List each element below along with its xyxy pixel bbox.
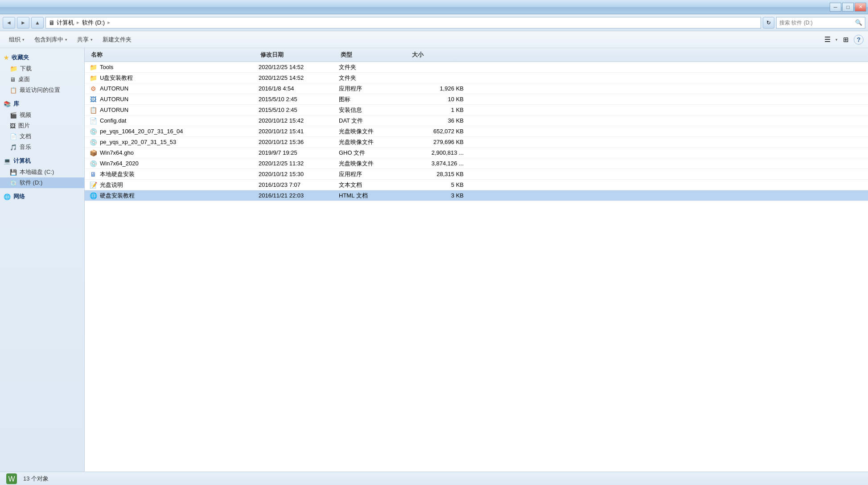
file-name: 光盘说明 [100, 181, 123, 189]
include-label: 包含到库中 [34, 36, 63, 44]
file-name: AUTORUN [100, 85, 128, 92]
file-size: 28,315 KB [410, 171, 473, 177]
file-size: 5 KB [410, 181, 473, 188]
file-type: HTML 文档 [339, 192, 410, 200]
file-type: 光盘映像文件 [339, 160, 410, 168]
file-name: pe_yqs_1064_20_07_31_16_04 [100, 128, 183, 135]
table-row[interactable]: 📄 Config.dat 2020/10/12 15:42 DAT 文件 36 … [85, 115, 868, 126]
refresh-button[interactable]: ↻ [763, 17, 774, 29]
file-size: 2,900,813 ... [410, 149, 473, 156]
desktop-label: 桌面 [18, 75, 30, 83]
file-name-cell: 💿 pe_yqs_xp_20_07_31_15_53 [89, 138, 259, 146]
file-name: pe_yqs_xp_20_07_31_15_53 [100, 139, 176, 145]
drive-c-icon: 💾 [10, 169, 17, 176]
file-date: 2020/10/12 15:36 [259, 139, 339, 145]
sidebar-item-recent[interactable]: 📋 最近访问的位置 [0, 85, 84, 95]
maximize-button[interactable]: □ [842, 3, 854, 12]
file-size: 652,072 KB [410, 128, 473, 135]
table-row[interactable]: 📁 U盘安装教程 2020/12/25 14:52 文件夹 [85, 73, 868, 83]
col-type[interactable]: 类型 [339, 50, 410, 60]
file-date: 2016/11/21 22:03 [259, 192, 339, 199]
file-date: 2020/12/25 14:52 [259, 74, 339, 81]
table-row[interactable]: 🖼 AUTORUN 2015/5/10 2:45 图标 10 KB [85, 94, 868, 105]
table-row[interactable]: 🖥 本地硬盘安装 2020/10/12 15:30 应用程序 28,315 KB [85, 169, 868, 180]
table-row[interactable]: ⚙ AUTORUN 2016/1/8 4:54 应用程序 1,926 KB [85, 83, 868, 94]
sidebar-item-drive-c[interactable]: 💾 本地磁盘 (C:) [0, 167, 84, 177]
file-name: Tools [100, 64, 113, 70]
sidebar-item-docs[interactable]: 📄 文档 [0, 131, 84, 142]
sidebar-item-drive-d[interactable]: 💿 软件 (D:) [0, 177, 84, 188]
sidebar-item-music[interactable]: 🎵 音乐 [0, 142, 84, 152]
file-size: 1 KB [410, 107, 473, 113]
computer-label: 计算机 [13, 157, 31, 165]
file-name: 硬盘安装教程 [100, 192, 135, 200]
title-bar-buttons: ─ □ ✕ [830, 3, 866, 12]
table-row[interactable]: 💿 pe_yqs_1064_20_07_31_16_04 2020/10/12 … [85, 126, 868, 137]
help-button[interactable]: ? [854, 35, 864, 45]
breadcrumb-item-drive[interactable]: 软件 (D:) [82, 19, 105, 27]
table-row[interactable]: 📝 光盘说明 2016/10/23 7:07 文本文档 5 KB [85, 180, 868, 190]
view-details-button[interactable]: ⊞ [839, 34, 852, 45]
forward-button[interactable]: ► [17, 17, 29, 29]
table-row[interactable]: 📦 Win7x64.gho 2019/9/7 19:25 GHO 文件 2,90… [85, 148, 868, 158]
sidebar-item-downloads[interactable]: 📁 下载 [0, 63, 84, 74]
file-icon: 📄 [89, 117, 97, 125]
col-date[interactable]: 修改日期 [259, 50, 339, 60]
sidebar-computer-section: 💻 计算机 💾 本地磁盘 (C:) 💿 软件 (D:) [0, 155, 84, 188]
status-count: 13 个对象 [23, 475, 49, 483]
table-row[interactable]: 📁 Tools 2020/12/25 14:52 文件夹 [85, 62, 868, 73]
organize-button[interactable]: 组织 ▾ [4, 33, 29, 46]
file-date: 2015/5/10 2:45 [259, 107, 339, 113]
drive-d-icon: 💿 [10, 180, 17, 186]
share-button[interactable]: 共享 ▾ [73, 33, 97, 46]
include-library-button[interactable]: 包含到库中 ▾ [30, 33, 72, 46]
file-type: 应用程序 [339, 85, 410, 93]
library-icon: 📚 [4, 101, 11, 107]
sidebar-item-images[interactable]: 🖼 图片 [0, 120, 84, 131]
sidebar-library-section: 📚 库 🎬 视频 🖼 图片 📄 文档 🎵 音乐 [0, 98, 84, 152]
col-size[interactable]: 大小 [410, 50, 473, 60]
file-name: U盘安装教程 [100, 74, 133, 82]
file-type: GHO 文件 [339, 149, 410, 157]
file-date: 2020/12/25 11:32 [259, 160, 339, 167]
file-name-cell: ⚙ AUTORUN [89, 85, 259, 93]
new-folder-label: 新建文件夹 [103, 36, 132, 44]
file-rows-container: 📁 Tools 2020/12/25 14:52 文件夹 📁 U盘安装教程 20… [85, 62, 868, 201]
toolbar-right: ☰ ▾ ⊞ ? [821, 34, 864, 45]
file-name: Win7x64_2020 [100, 160, 139, 167]
sidebar-item-video[interactable]: 🎬 视频 [0, 110, 84, 120]
status-app-icon: W [4, 473, 19, 485]
address-bar: ◄ ► ▲ 🖥 计算机 ► 软件 (D:) ► ↻ 🔍 [0, 14, 868, 31]
file-icon: 📦 [89, 149, 97, 157]
docs-label: 文档 [20, 132, 31, 140]
close-button[interactable]: ✕ [855, 3, 866, 12]
search-input[interactable] [779, 20, 853, 26]
back-button[interactable]: ◄ [3, 17, 15, 29]
file-icon: 🖼 [89, 95, 97, 103]
col-name[interactable]: 名称 [89, 50, 259, 60]
recent-label: 最近访问的位置 [20, 86, 60, 94]
sidebar-favorites-header: ★ 收藏夹 [0, 52, 84, 63]
up-button[interactable]: ▲ [31, 17, 44, 29]
table-row[interactable]: 💿 Win7x64_2020 2020/12/25 11:32 光盘映像文件 3… [85, 158, 868, 169]
organize-label: 组织 [9, 36, 21, 44]
search-icon: 🔍 [855, 19, 862, 26]
network-icon: 🌐 [4, 193, 11, 200]
view-button[interactable]: ☰ [821, 34, 834, 45]
music-icon: 🎵 [10, 144, 17, 151]
file-name: 本地硬盘安装 [100, 170, 135, 178]
toolbar: 组织 ▾ 包含到库中 ▾ 共享 ▾ 新建文件夹 ☰ ▾ ⊞ ? [0, 31, 868, 48]
sidebar-item-desktop[interactable]: 🖥 桌面 [0, 74, 84, 85]
file-name-cell: 📁 Tools [89, 63, 259, 71]
file-date: 2020/10/12 15:30 [259, 171, 339, 177]
file-name: AUTORUN [100, 96, 128, 103]
new-folder-button[interactable]: 新建文件夹 [98, 33, 136, 46]
file-date: 2020/12/25 14:52 [259, 64, 339, 70]
minimize-button[interactable]: ─ [830, 3, 841, 12]
table-row[interactable]: 📋 AUTORUN 2015/5/10 2:45 安装信息 1 KB [85, 105, 868, 115]
file-list-header: 名称 修改日期 类型 大小 [85, 48, 868, 62]
table-row[interactable]: 💿 pe_yqs_xp_20_07_31_15_53 2020/10/12 15… [85, 137, 868, 148]
table-row[interactable]: 🌐 硬盘安装教程 2016/11/21 22:03 HTML 文档 3 KB [85, 190, 868, 201]
breadcrumb-item-computer[interactable]: 计算机 [57, 19, 74, 27]
file-type: 应用程序 [339, 170, 410, 178]
